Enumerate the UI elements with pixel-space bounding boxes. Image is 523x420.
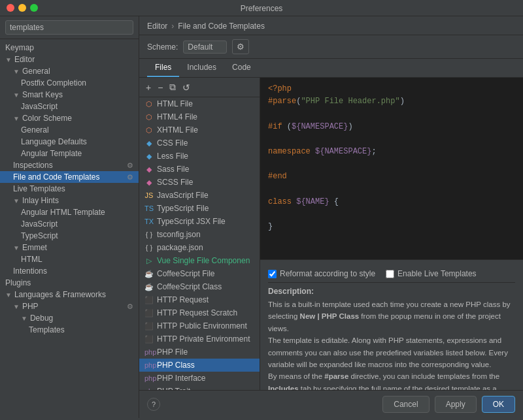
sidebar-item-typescript[interactable]: TypeScript [0, 230, 139, 242]
sidebar-item-javascript2[interactable]: JavaScript [0, 218, 139, 230]
remove-template-button[interactable]: − [155, 81, 165, 94]
sidebar-item-angular-html[interactable]: Angular HTML Template [0, 206, 139, 218]
sidebar-item-file-code-templates[interactable]: File and Code Templates ⚙ [0, 171, 139, 183]
sidebar-item-php[interactable]: ▼ PHP ⚙ [0, 300, 139, 312]
scss-file-label: SCSS File [157, 178, 193, 187]
reformat-checkbox[interactable] [268, 270, 277, 278]
file-item-php-trait[interactable]: php PHP Trait [139, 385, 260, 390]
coffeescript-class-label: CoffeeScript Class [157, 282, 222, 291]
sidebar-item-inlay-hints[interactable]: ▼ Inlay Hints [0, 195, 139, 206]
file-item-http-request[interactable]: ⬛ HTTP Request [139, 293, 260, 306]
file-item-php-class[interactable]: php PHP Class [139, 359, 260, 372]
live-templates-checkbox[interactable] [386, 270, 394, 278]
intentions-label: Intentions [13, 267, 47, 276]
file-item-ts[interactable]: TS TypeScript File [139, 202, 260, 215]
close-button[interactable] [7, 4, 14, 12]
live-templates-checkbox-label[interactable]: Enable Live Templates [386, 269, 477, 278]
reset-template-button[interactable]: ↺ [180, 81, 193, 94]
search-input[interactable] [5, 20, 133, 35]
sidebar-item-postfix[interactable]: Postfix Completion [0, 77, 139, 89]
reformat-label: Reformat according to style [280, 269, 375, 278]
sidebar-item-inspections[interactable]: Inspections ⚙ [0, 159, 139, 171]
html-file-icon: ⬡ [144, 100, 154, 108]
title-bar: Preferences [0, 0, 523, 16]
file-item-tsx[interactable]: TX TypeScript JSX File [139, 215, 260, 228]
css-file-label: CSS File [157, 138, 188, 148]
code-line-7 [268, 158, 515, 170]
window-title: Preferences [241, 4, 283, 13]
file-item-scss[interactable]: ◆ SCSS File [139, 176, 260, 189]
coffeescript-icon: ☕ [144, 270, 154, 278]
html-label: HTML [21, 255, 42, 264]
file-item-http-scratch[interactable]: ⬛ HTTP Request Scratch [139, 306, 260, 319]
file-item-coffeescript[interactable]: ☕ CoffeeScript File [139, 267, 260, 280]
sidebar-item-live-templates[interactable]: Live Templates [0, 183, 139, 195]
right-panel: Editor › File and Code Templates Scheme:… [139, 16, 523, 418]
tab-code[interactable]: Code [224, 59, 259, 77]
ok-button[interactable]: OK [482, 396, 515, 413]
file-item-php-interface[interactable]: php PHP Interface [139, 372, 260, 385]
sidebar-item-editor[interactable]: ▼ Editor [0, 54, 139, 65]
scheme-gear-button[interactable]: ⚙ [232, 39, 249, 54]
code-line-1: <?php [268, 83, 515, 95]
sidebar-item-color-scheme[interactable]: ▼ Color Scheme [0, 112, 139, 124]
file-item-js[interactable]: JS JavaScript File [139, 189, 260, 202]
help-button[interactable]: ? [147, 398, 160, 411]
tsx-file-icon: TX [144, 218, 154, 225]
file-item-html[interactable]: ⬡ HTML File [139, 97, 260, 110]
sidebar-item-lang-frameworks[interactable]: ▼ Languages & Frameworks [0, 289, 139, 300]
copy-template-button[interactable]: ⧉ [167, 80, 178, 94]
sidebar-item-javascript[interactable]: JavaScript [0, 101, 139, 112]
debug-label: Debug [30, 314, 53, 323]
file-item-tsconfig[interactable]: { } tsconfig.json [139, 228, 260, 241]
help-icon: ? [152, 400, 156, 408]
tab-files[interactable]: Files [147, 59, 179, 77]
sidebar-item-lang-defaults[interactable]: Language Defaults [0, 136, 139, 148]
file-item-xhtml[interactable]: ⬡ XHTML File [139, 123, 260, 137]
php-file-icon: php [144, 348, 154, 356]
sidebar-item-keymap[interactable]: Keymap [0, 42, 139, 54]
apply-button[interactable]: Apply [435, 396, 477, 413]
file-item-css[interactable]: ◆ CSS File [139, 137, 260, 150]
reformat-checkbox-label[interactable]: Reformat according to style [268, 269, 375, 278]
file-item-coffeescript-class[interactable]: ☕ CoffeeScript Class [139, 280, 260, 293]
sidebar-item-plugins[interactable]: Plugins [0, 277, 139, 289]
sidebar-item-templates[interactable]: Templates [0, 324, 139, 336]
file-item-php-file[interactable]: php PHP File [139, 346, 260, 359]
sidebar-item-angular-template[interactable]: Angular Template [0, 148, 139, 159]
file-item-vue[interactable]: ▷ Vue Single File Componen [139, 254, 260, 267]
tab-includes[interactable]: Includes [179, 59, 224, 77]
description-panel: Reformat according to style Enable Live … [260, 259, 523, 390]
inspections-label: Inspections [13, 161, 53, 170]
code-editor[interactable]: <?php #parse("PHP File Header.php") #if … [260, 78, 523, 259]
sidebar-item-smart-keys[interactable]: ▼ Smart Keys [0, 89, 139, 101]
maximize-button[interactable] [30, 4, 38, 12]
main-layout: Keymap ▼ Editor ▼ General Postfix Comple… [0, 16, 523, 418]
http-scratch-label: HTTP Request Scratch [157, 308, 237, 317]
angular-html-label: Angular HTML Template [21, 208, 105, 217]
css-file-icon: ◆ [144, 139, 154, 148]
add-template-button[interactable]: + [143, 81, 154, 94]
sidebar-item-emmet[interactable]: ▼ Emmet [0, 242, 139, 253]
cancel-button[interactable]: Cancel [382, 396, 429, 413]
sidebar-item-debug[interactable]: ▼ Debug [0, 312, 139, 324]
inlay-hints-arrow: ▼ [13, 197, 20, 204]
sidebar-item-general[interactable]: ▼ General [0, 65, 139, 77]
file-item-http-private[interactable]: ⬛ HTTP Private Environment [139, 332, 260, 346]
file-item-http-public[interactable]: ⬛ HTTP Public Environment [139, 319, 260, 332]
minimize-button[interactable] [18, 4, 26, 12]
sidebar-item-intentions[interactable]: Intentions [0, 265, 139, 277]
editor-label: Editor [14, 55, 35, 64]
debug-arrow: ▼ [21, 315, 27, 322]
file-item-html4[interactable]: ⬡ HTML4 File [139, 110, 260, 123]
php-interface-icon: php [144, 374, 154, 382]
sidebar-item-html[interactable]: HTML [0, 253, 139, 265]
html4-file-label: HTML4 File [157, 112, 197, 121]
sidebar-item-general2[interactable]: General [0, 124, 139, 136]
scheme-row: Scheme: Default Project ⚙ [139, 35, 523, 59]
editor-arrow: ▼ [5, 56, 12, 63]
file-item-less[interactable]: ◆ Less File [139, 150, 260, 163]
file-item-sass[interactable]: ◆ Sass File [139, 163, 260, 176]
file-item-package[interactable]: { } package.json [139, 241, 260, 254]
scheme-select[interactable]: Default Project [183, 40, 227, 54]
